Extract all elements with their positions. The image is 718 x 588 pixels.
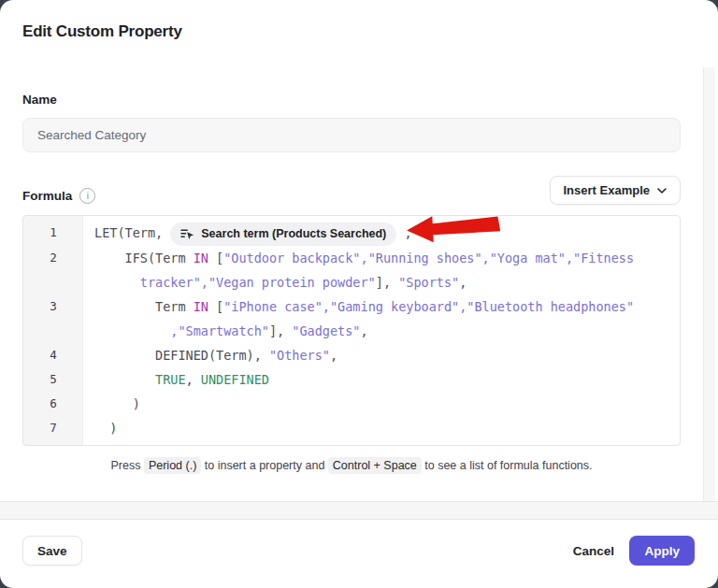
code-token: [ [208,299,223,314]
code-token: "Outdoor backpack","Running shoes","Yoga… [223,251,634,265]
line-number: 2 [23,246,83,294]
code-token [94,275,140,290]
code-token: , [396,225,411,240]
name-input[interactable] [22,118,681,152]
property-cursor-icon [180,228,194,240]
editor-line: 4 DEFINED(Term), "Others", [23,343,680,367]
name-label: Name [22,93,57,107]
code-token: ], [376,275,398,290]
chevron-down-icon [657,188,667,194]
code-token: , [459,275,467,290]
insert-example-label: Insert Example [564,183,651,197]
kbd-period: Period (.) [144,457,201,474]
insert-example-button[interactable]: Insert Example [550,176,682,205]
apply-button[interactable]: Apply [629,536,695,566]
code-token: ) [94,421,117,436]
code-token: ,"Smartwatch" [170,323,269,338]
formula-editor[interactable]: 1LET(Term, Search term (Products Searche… [22,215,681,446]
code-line: DEFINED(Term), "Others", [83,343,337,367]
editor-line: 6 ) [23,392,680,416]
code-token: tracker","Vegan protein powder" [140,275,376,290]
code-token: "Sports" [398,275,459,290]
editor-line: 1LET(Term, Search term (Products Searche… [23,221,680,246]
line-number: 6 [23,392,83,416]
line-number: 7 [23,416,83,440]
hint-text: Press [110,459,143,472]
code-token: IFS(Term [94,251,194,265]
property-chip[interactable]: Search term (Products Searched) [170,222,396,246]
info-icon[interactable]: i [79,188,95,204]
save-button[interactable]: Save [22,536,82,566]
editor-line: 5 TRUE, UNDEFINED [23,367,680,392]
cancel-button[interactable]: Cancel [566,536,622,566]
code-line: LET(Term, Search term (Products Searched… [83,221,412,246]
line-number: 4 [23,343,83,367]
code-line: Term IN ["iPhone case","Gaming keyboard"… [83,294,634,343]
line-number: 3 [23,294,83,343]
editor-line: 7 ) [23,416,680,440]
formula-editor-lines: 1LET(Term, Search term (Products Searche… [23,221,680,440]
formula-label: Formula [22,189,72,203]
horizontal-scrollbar[interactable] [0,501,718,520]
code-token: "Others" [269,348,330,363]
editor-line: 2 IFS(Term IN ["Outdoor backpack","Runni… [23,246,680,294]
formula-header: Formula i [22,188,95,204]
line-number: 1 [23,221,83,246]
property-chip-label: Search term (Products Searched) [201,222,386,246]
hint-text: to see a list of formula functions. [422,459,593,472]
kbd-control-space: Control + Space [328,457,422,474]
code-token [94,323,170,338]
code-token: Term [94,299,194,314]
code-token: , [330,348,337,363]
code-token: DEFINED(Term), [94,348,269,363]
code-token: "iPhone case","Gaming keyboard","Bluetoo… [223,299,634,314]
code-token: TRUE [155,372,186,387]
edit-custom-property-dialog: Edit Custom Property Name Formula i Inse… [0,0,718,588]
code-line: IFS(Term IN ["Outdoor backpack","Running… [83,246,634,294]
code-token: IN [194,299,208,314]
code-token [94,372,155,387]
code-line: TRUE, UNDEFINED [83,367,269,392]
code-token: ) [94,396,140,411]
code-token: "Gadgets" [292,323,360,338]
hint-text: to insert a property and [201,459,328,472]
editor-line: 3 Term IN ["iPhone case","Gaming keyboar… [23,294,680,343]
code-token: , [186,372,201,387]
code-token: UNDEFINED [201,372,269,387]
code-token: LET(Term, [94,225,170,240]
code-line: ) [83,416,117,440]
code-token: ], [269,323,292,338]
code-token: IN [194,251,208,265]
line-number: 5 [23,367,83,392]
keyboard-hint: Press Period (.) to insert a property an… [22,459,681,472]
code-line: ) [83,392,140,416]
code-token: [ [208,251,223,265]
dialog-title: Edit Custom Property [22,22,182,41]
vertical-scrollbar[interactable] [703,67,715,501]
code-token: , [361,323,368,338]
